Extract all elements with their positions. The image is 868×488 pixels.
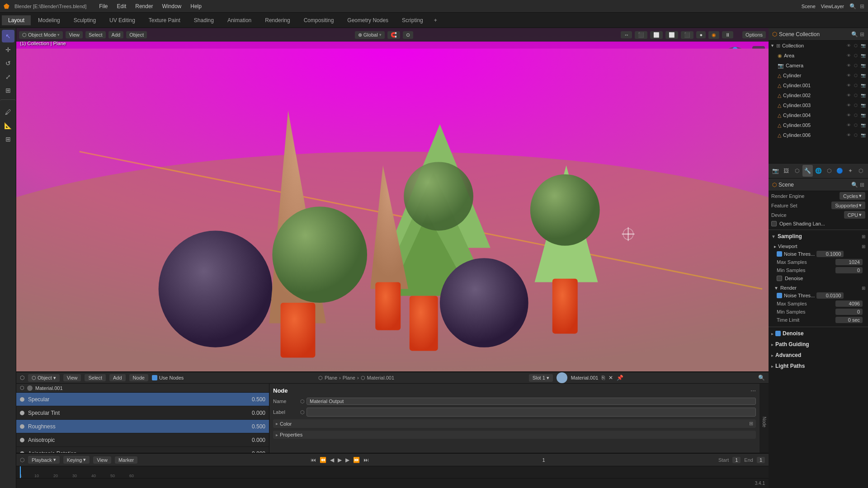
rotate-tool-button[interactable]: ↺ bbox=[2, 57, 14, 70]
node-properties-section-header[interactable]: ▸ Properties bbox=[273, 431, 756, 439]
prop-tab-object[interactable]: ⬡ bbox=[824, 165, 835, 177]
select-tool-button[interactable]: ↖ bbox=[2, 30, 14, 42]
render-subsection-options[interactable]: ⊞ bbox=[862, 286, 865, 291]
viewport-denoise-checkbox[interactable] bbox=[777, 276, 782, 281]
viewport-select-menu[interactable]: Select bbox=[85, 31, 106, 38]
menu-help[interactable]: Help bbox=[187, 2, 205, 10]
cyl004-vp-icon[interactable]: ⬡ bbox=[853, 112, 859, 118]
feature-set-dropdown[interactable]: Supported ▾ bbox=[831, 202, 865, 209]
move-tool-button[interactable]: ✛ bbox=[2, 43, 14, 56]
view-menu-timeline[interactable]: View bbox=[93, 456, 111, 464]
cyl-vp-icon[interactable]: ⬡ bbox=[853, 72, 859, 79]
outliner-cylinder-006[interactable]: △ Cylinder.006 👁 ⬡ 📷 bbox=[769, 130, 868, 140]
tab-compositing[interactable]: Compositing bbox=[297, 15, 340, 25]
tab-modeling[interactable]: Modeling bbox=[32, 15, 66, 25]
render-max-samples-value[interactable]: 4096 bbox=[835, 300, 863, 307]
device-dropdown[interactable]: CPU ▾ bbox=[844, 211, 865, 219]
menu-window[interactable]: Window bbox=[159, 2, 185, 10]
prop-tab-particles[interactable]: ✦ bbox=[845, 165, 856, 177]
camera-vis-icon[interactable]: 👁 bbox=[845, 62, 852, 69]
tab-uv-editing[interactable]: UV Editing bbox=[103, 15, 142, 25]
filter-icon[interactable]: ⊞ bbox=[860, 3, 864, 9]
prev-keyframe-button[interactable]: ⏪ bbox=[320, 457, 326, 463]
menu-render[interactable]: Render bbox=[132, 2, 156, 10]
noise-thresh-checkbox-container[interactable]: Noise Thres... bbox=[777, 251, 815, 257]
cyl001-render-icon[interactable]: 📷 bbox=[860, 82, 866, 89]
prev-frame-button[interactable]: ◀ bbox=[330, 457, 334, 463]
marker-menu[interactable]: Marker bbox=[115, 456, 137, 464]
properties-filter-icon[interactable]: ⊞ bbox=[860, 182, 864, 188]
keyframe-start-button[interactable]: ⏮ bbox=[311, 457, 316, 463]
min-samples-value[interactable]: 0 bbox=[835, 267, 863, 273]
outliner-cylinder-004[interactable]: △ Cylinder.004 👁 ⬡ 📷 bbox=[769, 110, 868, 120]
open-shading-checkbox[interactable] bbox=[771, 221, 777, 226]
specular-tint-row[interactable]: Specular Tint 0.000 bbox=[16, 406, 269, 420]
cyl003-vp-icon[interactable]: ⬡ bbox=[853, 102, 859, 108]
prop-tab-render[interactable]: 📷 bbox=[770, 165, 781, 177]
light-paths-section-header[interactable]: ▸ Light Paths bbox=[769, 361, 868, 371]
next-frame-button[interactable]: ▶ bbox=[345, 457, 349, 463]
viewport-icon[interactable]: ⬡ bbox=[853, 42, 859, 49]
prop-tab-modifier[interactable]: 🔵 bbox=[834, 165, 845, 177]
outliner-area[interactable]: ◉ Area 👁 ⬡ 📷 bbox=[769, 51, 868, 61]
close-material-button[interactable]: ✕ bbox=[609, 375, 613, 381]
node-panel-options[interactable]: ⋯ bbox=[750, 388, 756, 394]
timeline-editor-icon[interactable]: ⬡ bbox=[20, 457, 24, 463]
sampling-options[interactable]: ⊞ bbox=[862, 234, 865, 239]
tab-animation[interactable]: Animation bbox=[221, 15, 258, 25]
keyframe-end-button[interactable]: ⏭ bbox=[363, 457, 369, 463]
prop-tab-view-layer[interactable]: ⬡ bbox=[792, 165, 802, 177]
properties-scroll[interactable]: Render Engine Cycles ▾ Feature Set Suppo… bbox=[769, 191, 868, 488]
max-samples-value[interactable]: 1024 bbox=[835, 259, 863, 265]
tab-layout[interactable]: Layout bbox=[2, 15, 31, 25]
add-object-button[interactable]: ⊞ bbox=[2, 133, 14, 145]
properties-search-icon[interactable]: 🔍 bbox=[851, 182, 858, 188]
viewport-add-menu[interactable]: Add bbox=[108, 31, 124, 38]
snap-button[interactable]: 🧲 bbox=[387, 31, 400, 39]
select-menu-btn[interactable]: Select bbox=[85, 374, 106, 381]
cyl-vis-icon[interactable]: 👁 bbox=[845, 72, 852, 79]
use-nodes-checkbox[interactable] bbox=[152, 375, 157, 380]
editor-type-dropdown[interactable]: ⬡ Object ▾ bbox=[28, 374, 60, 382]
cyl004-render-icon[interactable]: 📷 bbox=[860, 112, 866, 118]
camera-render-icon[interactable]: 📷 bbox=[860, 62, 866, 69]
gizmo-toggle[interactable]: ↔ bbox=[621, 31, 632, 38]
noise-thresh-value[interactable]: 0.1000 bbox=[816, 251, 844, 257]
prop-tab-scene[interactable]: 🔧 bbox=[802, 165, 813, 177]
timeline-playhead[interactable] bbox=[20, 466, 21, 478]
scene-name[interactable]: Scene bbox=[802, 4, 816, 9]
start-frame-input[interactable]: 1 bbox=[732, 457, 741, 463]
outliner-cylinder[interactable]: △ Cylinder 👁 ⬡ 📷 bbox=[769, 70, 868, 80]
outliner-collection[interactable]: ▼ ⊞ Collection 👁 ⬡ 📷 bbox=[769, 41, 868, 51]
cyl006-render-icon[interactable]: 📷 bbox=[860, 132, 866, 138]
tab-shading[interactable]: Shading bbox=[188, 15, 220, 25]
side-panel-toggle[interactable]: Node bbox=[760, 384, 769, 460]
time-limit-value[interactable]: 0 sec bbox=[835, 317, 863, 323]
denoise-enabled-checkbox[interactable] bbox=[775, 331, 781, 336]
viewport-object-menu[interactable]: Object bbox=[126, 31, 147, 38]
search-icon[interactable]: 🔍 bbox=[849, 3, 856, 9]
use-nodes-toggle[interactable]: Use Nodes bbox=[152, 375, 184, 380]
shading-solid[interactable]: ⬛ bbox=[681, 31, 693, 39]
cyl003-vis-icon[interactable]: 👁 bbox=[845, 102, 852, 108]
render-noise-thresh-checkbox-container[interactable]: Noise Thres... bbox=[777, 293, 815, 298]
viewport-denoise-row[interactable]: Denoise bbox=[774, 274, 865, 282]
search-nodes-button[interactable]: 🔍 bbox=[758, 375, 765, 381]
keying-menu[interactable]: Keying ▾ bbox=[63, 456, 90, 464]
editor-expand-icon[interactable]: ⬡ bbox=[20, 375, 24, 381]
end-frame-input[interactable]: 1 bbox=[757, 457, 765, 463]
area-vp-icon[interactable]: ⬡ bbox=[853, 52, 859, 59]
render-noise-thresh-checkbox[interactable] bbox=[777, 293, 782, 298]
transform-orientation-button[interactable]: ⊕ Global bbox=[355, 31, 385, 39]
cyl004-vis-icon[interactable]: 👁 bbox=[845, 112, 852, 118]
render-icon[interactable]: 📷 bbox=[860, 42, 866, 49]
roughness-row[interactable]: Roughness 0.500 bbox=[16, 420, 269, 433]
cyl003-render-icon[interactable]: 📷 bbox=[860, 102, 866, 108]
add-workspace-button[interactable]: + bbox=[430, 15, 441, 25]
current-frame-display[interactable]: 1 bbox=[542, 457, 545, 463]
shading-wire[interactable]: ⬜ bbox=[665, 31, 678, 39]
timeline-ruler[interactable]: 1 10 20 30 40 50 60 bbox=[16, 466, 769, 478]
specular-value[interactable]: 0.500 bbox=[229, 396, 265, 403]
viewport-editor-type-button[interactable]: ⬡ Object Mode bbox=[19, 31, 63, 39]
cyl006-vp-icon[interactable]: ⬡ bbox=[853, 132, 859, 138]
